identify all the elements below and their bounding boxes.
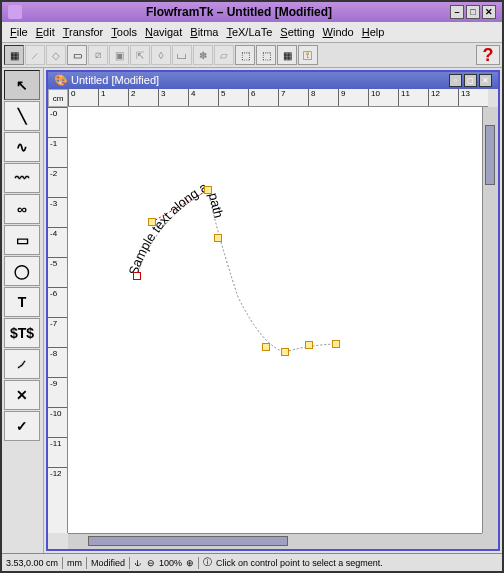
tool-cup[interactable]: ⌴: [172, 45, 192, 65]
tool-para[interactable]: ▱: [214, 45, 234, 65]
menubar: FileEditTransforToolsNavigatBitmaTeX/LaT…: [2, 22, 502, 43]
tool-rect[interactable]: ▭: [67, 45, 87, 65]
tool-select1[interactable]: ⬚: [235, 45, 255, 65]
doc-maximize-button[interactable]: ◻: [464, 74, 477, 87]
menu-windo[interactable]: Windo: [319, 24, 358, 40]
path-handle[interactable]: [305, 341, 313, 349]
ellipse-tool[interactable]: ◯: [4, 256, 40, 286]
menu-file[interactable]: File: [6, 24, 32, 40]
zoom-in-icon[interactable]: ⊕: [186, 558, 194, 568]
statusbar: 3.53,0.00 cm mm Modified ⫝ ⊖ 100% ⊕ ⓘ Cl…: [2, 553, 502, 571]
tool-key[interactable]: ⚿: [298, 45, 318, 65]
toolbar: ▦ ⟋ ◇ ▭ ⧄ ▣ ⇱ ◊ ⌴ ✽ ▱ ⬚ ⬚ ▦ ⚿ ?: [2, 43, 502, 68]
help-button[interactable]: ?: [476, 45, 500, 65]
path-handle[interactable]: [332, 340, 340, 348]
confirm-tool[interactable]: ✓: [4, 411, 40, 441]
tool-flip[interactable]: ⇱: [130, 45, 150, 65]
path-handle[interactable]: [133, 272, 141, 280]
document-window: 🎨 Untitled [Modified] ▫ ◻ ✕ cm 012345678…: [46, 70, 500, 551]
curve-tool[interactable]: 〰: [4, 163, 40, 193]
cancel-tool[interactable]: ✕: [4, 380, 40, 410]
menu-setting[interactable]: Setting: [276, 24, 318, 40]
tool-shape1[interactable]: ◇: [46, 45, 66, 65]
tool-select2[interactable]: ⬚: [256, 45, 276, 65]
tool-dup[interactable]: ▣: [109, 45, 129, 65]
left-toolbox: ↖╲∿〰∞▭◯T$T$⟋✕✓: [2, 68, 44, 553]
path-handle[interactable]: [204, 186, 212, 194]
menu-help[interactable]: Help: [358, 24, 389, 40]
menu-navigat[interactable]: Navigat: [141, 24, 186, 40]
tool-open[interactable]: ⟋: [25, 45, 45, 65]
info-icon: ⓘ: [203, 556, 212, 569]
tool-skew[interactable]: ⧄: [88, 45, 108, 65]
zoom-out-icon[interactable]: ⊖: [147, 558, 155, 568]
lock-icon: ⫝: [134, 558, 143, 568]
line-tool[interactable]: ╲: [4, 101, 40, 131]
menu-tex/late[interactable]: TeX/LaTe: [222, 24, 276, 40]
titlebar: FlowframTk – Untitled [Modified] – □ ✕: [2, 2, 502, 22]
doc-title: Untitled [Modified]: [71, 74, 159, 86]
horizontal-scrollbar[interactable]: [68, 533, 482, 549]
status-zoom: 100%: [159, 558, 182, 568]
path-handle[interactable]: [262, 343, 270, 351]
eyedrop-tool[interactable]: ⟋: [4, 349, 40, 379]
minimize-button[interactable]: –: [450, 5, 464, 19]
vertical-scrollbar[interactable]: [482, 107, 498, 533]
loop-tool[interactable]: ∞: [4, 194, 40, 224]
menu-bitma[interactable]: Bitma: [186, 24, 222, 40]
doc-close-button[interactable]: ✕: [479, 74, 492, 87]
tool-grid[interactable]: ▦: [277, 45, 297, 65]
tool-persp[interactable]: ◊: [151, 45, 171, 65]
status-coords: 3.53,0.00 cm: [6, 558, 58, 568]
ruler-horizontal: 012345678910111213: [68, 89, 488, 107]
tool-new[interactable]: ▦: [4, 45, 24, 65]
status-modified: Modified: [91, 558, 125, 568]
doc-minimize-button[interactable]: ▫: [449, 74, 462, 87]
menu-edit[interactable]: Edit: [32, 24, 59, 40]
text-tool[interactable]: T: [4, 287, 40, 317]
maximize-button[interactable]: □: [466, 5, 480, 19]
status-hint: Click on control point to select a segme…: [216, 558, 383, 568]
status-unit: mm: [67, 558, 82, 568]
path-handle[interactable]: [281, 348, 289, 356]
rect-tool[interactable]: ▭: [4, 225, 40, 255]
app-icon: [8, 5, 22, 19]
path-handle[interactable]: [214, 234, 222, 242]
price-text-tool[interactable]: $T$: [4, 318, 40, 348]
menu-tools[interactable]: Tools: [107, 24, 141, 40]
path-handle[interactable]: [148, 218, 156, 226]
tool-flower[interactable]: ✽: [193, 45, 213, 65]
menu-transfor[interactable]: Transfor: [59, 24, 108, 40]
polyline-tool[interactable]: ∿: [4, 132, 40, 162]
ruler-vertical: -0-1-2-3-4-5-6-7-8-9-10-11-12: [48, 107, 68, 533]
select-tool[interactable]: ↖: [4, 70, 40, 100]
ruler-unit: cm: [48, 89, 68, 107]
close-button[interactable]: ✕: [482, 5, 496, 19]
doc-icon: 🎨: [54, 74, 68, 86]
app-title: FlowframTk – Untitled [Modified]: [28, 5, 450, 19]
canvas[interactable]: Sample text along a path: [68, 107, 482, 533]
